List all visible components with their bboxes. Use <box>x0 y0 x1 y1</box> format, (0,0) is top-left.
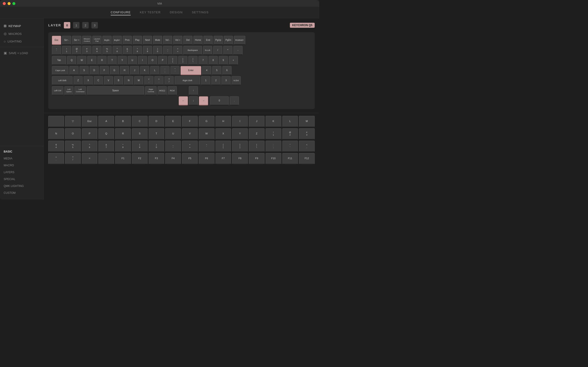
key-x[interactable]: X <box>84 76 93 85</box>
key-num0[interactable]: 0 <box>210 96 229 106</box>
layer-btn-1[interactable]: 1 <box>73 22 79 28</box>
key-tilde[interactable]: ~` <box>52 46 61 55</box>
minimize-button[interactable] <box>8 2 10 5</box>
key-enter[interactable]: Enter <box>181 66 201 75</box>
key-home[interactable]: Home <box>193 36 203 45</box>
key-y[interactable]: Y <box>118 56 127 65</box>
keybind-c[interactable]: C <box>132 116 148 127</box>
key-num3[interactable]: 3 <box>221 76 231 85</box>
key-scr-plus[interactable]: Scr + <box>72 36 81 45</box>
key-num-slash[interactable]: / <box>213 46 222 55</box>
keybind-trns[interactable]: ▽ <box>65 116 81 127</box>
tab-settings[interactable]: SETTINGS <box>192 10 208 15</box>
keybind-j[interactable]: J <box>249 116 265 127</box>
keybind-esc[interactable]: Esc <box>82 116 98 127</box>
key-num4[interactable]: 4 <box>202 66 211 75</box>
keybind-pct-5[interactable]: %5 <box>65 141 81 152</box>
layer-btn-0[interactable]: 0 <box>64 22 70 28</box>
key-backspace[interactable]: Backspace <box>183 46 202 55</box>
key-next[interactable]: Next <box>143 36 152 45</box>
keybind-at-2[interactable]: @2 <box>282 128 298 140</box>
keybind-a[interactable]: A <box>98 116 114 127</box>
key-u[interactable]: U <box>128 56 137 65</box>
key-num6[interactable]: 6 <box>222 66 232 75</box>
key-rctrl[interactable]: RCtrl <box>168 86 177 95</box>
key-mission-control[interactable]: MissionControl <box>82 36 91 45</box>
key-num7[interactable]: 7 <box>199 56 208 65</box>
keybind-f8[interactable]: F8 <box>232 153 248 165</box>
key-z[interactable]: Z <box>73 76 83 85</box>
key-p[interactable]: P <box>158 56 167 65</box>
keybind-f2[interactable]: F2 <box>132 153 148 165</box>
key-end[interactable]: End <box>204 36 213 45</box>
key-r[interactable]: R <box>97 56 107 65</box>
key-right-command[interactable]: RightComma <box>145 86 157 95</box>
keybind-f6[interactable]: F6 <box>199 153 215 165</box>
key-rgbmd-plus[interactable]: RGBMd+ <box>234 36 245 45</box>
key-mo1[interactable]: MO(1) <box>157 86 167 95</box>
keybind-plus-equals[interactable]: += <box>182 141 198 152</box>
tab-key-tester[interactable]: KEY TESTER <box>140 10 161 15</box>
category-qmk-lighting[interactable]: QMK LIGHTING <box>0 183 43 190</box>
key-3[interactable]: #3 <box>82 46 91 55</box>
key-vol-plus[interactable]: Vol + <box>173 36 182 45</box>
key-e[interactable]: E <box>87 56 96 65</box>
keybind-f3[interactable]: F3 <box>149 153 164 165</box>
key-num-minus[interactable]: - <box>233 46 242 55</box>
key-o[interactable]: O <box>148 56 157 65</box>
key-space[interactable]: Space <box>87 86 144 95</box>
key-tab[interactable]: Tab <box>52 56 66 65</box>
key-mute[interactable]: Mute <box>153 36 162 45</box>
key-rbracket[interactable]: }] <box>178 56 187 65</box>
key-c[interactable]: C <box>94 76 103 85</box>
keybind-tilde-backtick[interactable]: ~` <box>199 141 215 152</box>
key-d[interactable]: D <box>90 66 99 75</box>
keybind-rcurly-rbrack[interactable]: }] <box>232 141 248 152</box>
key-2[interactable]: @2 <box>72 46 81 55</box>
keybind-lparen-9[interactable]: (9 <box>132 141 148 152</box>
maximize-button[interactable] <box>12 2 15 5</box>
category-basic[interactable]: BASIC <box>0 148 43 155</box>
key-launch-pad[interactable]: LaunchPad <box>92 36 102 45</box>
keybind-y[interactable]: Y <box>232 128 248 140</box>
keybind-star-8[interactable]: *8 <box>115 141 131 152</box>
keybind-hash-3[interactable]: #3 <box>299 128 315 140</box>
key-num-asterisk[interactable]: * <box>223 46 233 55</box>
key-lbracket[interactable]: {[ <box>168 56 177 65</box>
key-j[interactable]: J <box>130 66 139 75</box>
keybind-caret-6[interactable]: ^6 <box>82 141 98 152</box>
keybind-f11[interactable]: F11 <box>282 153 298 165</box>
key-i[interactable]: I <box>138 56 147 65</box>
key-num2[interactable]: 2 <box>211 76 221 85</box>
keybind-rparen-0[interactable]: )0 <box>149 141 164 152</box>
key-equals[interactable]: += <box>173 46 182 55</box>
key-num8[interactable]: 8 <box>208 56 218 65</box>
key-v[interactable]: V <box>104 76 113 85</box>
key-quote[interactable]: "' <box>170 66 180 75</box>
keybind-question-slash[interactable]: ?/ <box>65 153 81 165</box>
key-arrow-right[interactable]: → <box>199 96 208 106</box>
keybind-f9[interactable]: F9 <box>249 153 265 165</box>
keybind-r[interactable]: R <box>115 128 131 140</box>
key-left-ctrl[interactable]: Left Ctrl <box>52 86 63 95</box>
key-minus[interactable]: _- <box>163 46 172 55</box>
key-m[interactable]: M <box>134 76 143 85</box>
keybind-comma[interactable]: , <box>98 153 114 165</box>
keybind-m[interactable]: M <box>299 116 315 127</box>
keybind-z[interactable]: Z <box>249 128 265 140</box>
sidebar-item-keymap[interactable]: ⊞ KEYMAP <box>0 22 43 30</box>
key-num9[interactable]: 9 <box>219 56 228 65</box>
keybind-blank[interactable] <box>48 116 64 127</box>
key-0[interactable]: )0 <box>153 46 162 55</box>
key-esc[interactable]: Esc <box>52 36 61 45</box>
key-6[interactable]: ^6 <box>112 46 122 55</box>
keybind-u[interactable]: U <box>165 128 181 140</box>
keybind-p[interactable]: P <box>82 128 98 140</box>
key-num5[interactable]: 5 <box>212 66 221 75</box>
key-prvs[interactable]: Prvs <box>123 36 132 45</box>
key-5[interactable]: %5 <box>103 46 112 55</box>
keybind-f4[interactable]: F4 <box>165 153 181 165</box>
keybind-f12[interactable]: F12 <box>299 153 315 165</box>
keybind-lcurly-lbrack[interactable]: {[ <box>216 141 231 152</box>
keybind-d[interactable]: D <box>149 116 164 127</box>
